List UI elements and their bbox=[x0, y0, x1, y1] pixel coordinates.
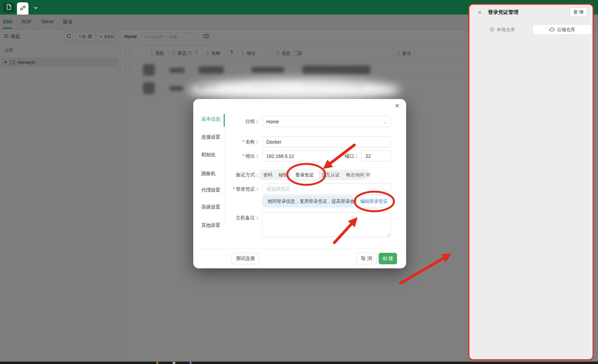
credential-select[interactable]: 请选择凭证 bbox=[262, 184, 391, 195]
close-icon[interactable]: × bbox=[395, 101, 399, 111]
host-remark-textarea[interactable] bbox=[262, 212, 391, 237]
close-icon[interactable]: × bbox=[478, 8, 482, 17]
chevron-down-icon bbox=[383, 120, 387, 124]
name-label: *名称： bbox=[207, 139, 260, 145]
auth-option-password[interactable]: 密码 bbox=[260, 170, 275, 179]
credential-manager-panel: × 登录凭证管理 新 增 本地仓库 云端仓库 bbox=[468, 4, 594, 360]
link-icon bbox=[20, 5, 26, 12]
new-connection-dialog: × 基本信息 连接设置 初始化 跳板机 代理设置 高级设置 其他设置 分组： H… bbox=[193, 99, 406, 268]
cancel-button[interactable]: 取 消 bbox=[356, 253, 377, 264]
chevron-down-icon bbox=[383, 188, 387, 191]
auth-option-credential[interactable]: 登录凭证 bbox=[291, 170, 318, 179]
dialog-nav-advanced[interactable]: 高级设置 bbox=[201, 203, 225, 210]
group-select[interactable]: Home bbox=[262, 116, 391, 127]
resize-grip-icon[interactable] bbox=[386, 233, 390, 236]
nav-divider bbox=[225, 113, 225, 225]
titlebar-tab-files[interactable] bbox=[3, 3, 15, 12]
credential-tip: 相同登录信息，复用登录凭证，提高登录效率 bbox=[262, 195, 354, 208]
auth-method-segmented: 密码 秘钥 登录凭证 交互认证 每次询问 bbox=[260, 170, 368, 180]
blurred-glow bbox=[189, 79, 400, 101]
group-label: 分组： bbox=[207, 119, 260, 125]
address-label: *地址： bbox=[207, 153, 260, 159]
auth-method-label: 验证方式： bbox=[207, 172, 260, 178]
tab-cloud-repo[interactable]: 云端仓库 bbox=[533, 25, 591, 34]
credential-label: *登录凭证： bbox=[207, 186, 260, 192]
auth-option-interactive[interactable]: 交互认证 bbox=[318, 170, 343, 179]
remark-label: 主机备注： bbox=[207, 215, 260, 221]
app-screen: SSH RDP Telnet 隧道 收起 +分 组 + SSH 全部 bbox=[0, 0, 598, 364]
panel-title: 登录凭证管理 bbox=[488, 9, 518, 16]
local-repo-icon bbox=[490, 27, 494, 33]
titlebar-tab-connections[interactable] bbox=[17, 2, 28, 15]
add-credential-button[interactable]: 新 增 bbox=[570, 7, 587, 17]
create-button[interactable]: 创 建 bbox=[379, 253, 397, 264]
tab-local-repo[interactable]: 本地仓库 bbox=[471, 25, 533, 34]
auth-option-ask[interactable]: 每次询问 bbox=[343, 170, 367, 179]
footer-divider bbox=[193, 248, 406, 249]
auth-option-key[interactable]: 秘钥 bbox=[275, 170, 291, 179]
name-input[interactable]: Docker bbox=[262, 136, 391, 147]
edit-credential-link[interactable]: 编辑登录凭证 bbox=[356, 195, 392, 208]
taskbar-sliver bbox=[0, 362, 598, 364]
port-label: *端口： bbox=[313, 153, 359, 159]
gear-icon[interactable] bbox=[365, 172, 371, 179]
file-icon bbox=[6, 4, 11, 11]
test-connection-button[interactable]: 测试连接 bbox=[231, 253, 259, 264]
cloud-icon bbox=[549, 27, 555, 32]
dialog-nav-other[interactable]: 其他设置 bbox=[201, 222, 225, 228]
chevron-down-icon[interactable] bbox=[33, 5, 38, 11]
port-input[interactable]: 22 bbox=[361, 150, 391, 162]
